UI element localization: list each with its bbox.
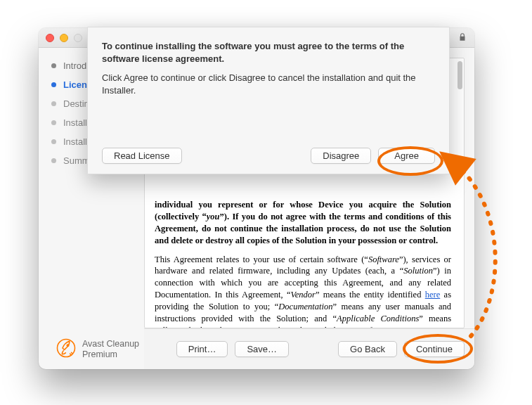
disagree-button[interactable]: Disagree <box>311 148 371 164</box>
agreement-dialog: To continue installing the software you … <box>87 27 450 174</box>
continue-button[interactable]: Continue <box>404 341 465 357</box>
minimize-icon[interactable] <box>60 34 68 42</box>
license-text: Software <box>368 255 399 264</box>
svg-line-5 <box>70 354 72 355</box>
traffic-lights <box>46 34 82 42</box>
dialog-heading: To continue installing the software you … <box>102 40 435 65</box>
bullet-icon <box>51 63 56 68</box>
svg-line-4 <box>72 352 73 354</box>
license-text: Applicable Conditions <box>337 314 419 323</box>
license-text: Documentation <box>278 302 332 311</box>
zoom-icon <box>74 34 82 42</box>
brand-line2: Premium <box>82 349 139 359</box>
license-text: ” means the entity identified <box>316 290 425 300</box>
print-button[interactable]: Print… <box>176 341 228 357</box>
bullet-icon <box>51 120 56 125</box>
license-text: Vendor <box>291 290 316 300</box>
brand: Avast Cleanup Premium <box>56 338 139 361</box>
agree-button[interactable]: Agree <box>378 148 435 164</box>
read-license-button[interactable]: Read License <box>102 148 182 164</box>
close-icon[interactable] <box>46 34 54 42</box>
bullet-icon <box>51 82 56 87</box>
bullet-icon <box>51 101 56 106</box>
license-text: you <box>207 212 220 221</box>
scrollbar-thumb[interactable] <box>458 61 462 89</box>
rocket-icon <box>56 338 77 361</box>
bottom-toolbar: Avast Cleanup Premium Print… Save… Go Ba… <box>144 328 474 369</box>
here-link[interactable]: here <box>425 290 441 300</box>
save-button[interactable]: Save… <box>235 341 289 357</box>
license-text: This Agreement relates to your use of ce… <box>155 255 368 264</box>
bullet-icon <box>51 158 56 163</box>
bullet-icon <box>51 139 56 144</box>
svg-point-3 <box>67 345 69 347</box>
go-back-button[interactable]: Go Back <box>338 341 397 357</box>
license-text: Solution <box>403 266 433 276</box>
brand-line1: Avast Cleanup <box>82 339 139 349</box>
lock-icon <box>458 32 467 45</box>
dialog-subtext: Click Agree to continue or click Disagre… <box>102 72 435 97</box>
